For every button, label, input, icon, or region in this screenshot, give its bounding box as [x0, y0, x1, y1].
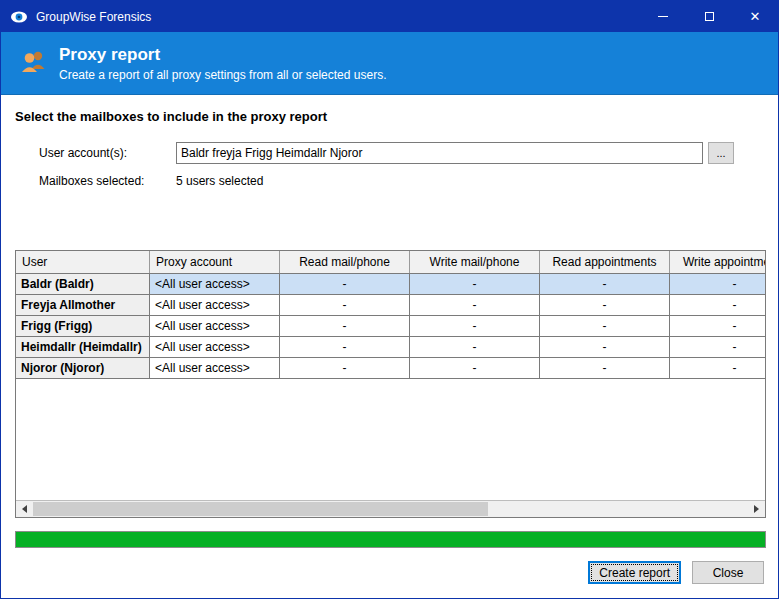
row-header-user[interactable]: Frigg (Frigg) [16, 316, 150, 337]
window-title: GroupWise Forensics [36, 10, 151, 24]
progress-bar [15, 531, 766, 548]
mailboxes-selected-label: Mailboxes selected: [39, 174, 176, 188]
cell-read-mail-phone[interactable]: - [280, 337, 410, 358]
cell-write-appointments[interactable]: - [670, 295, 766, 316]
table-row[interactable]: Njoror (Njoror)<All user access>---- [16, 358, 766, 379]
cell-proxy-account[interactable]: <All user access> [150, 274, 280, 295]
cell-proxy-account[interactable]: <All user access> [150, 337, 280, 358]
scroll-right-button[interactable] [748, 501, 765, 517]
cell-read-appointments[interactable]: - [540, 358, 670, 379]
row-header-user[interactable]: Freyja Allmother [16, 295, 150, 316]
row-header-user[interactable]: Baldr (Baldr) [16, 274, 150, 295]
scroll-left-button[interactable] [16, 501, 33, 517]
cell-read-appointments[interactable]: - [540, 295, 670, 316]
column-header-read-appointments[interactable]: Read appointments [540, 251, 670, 273]
cell-write-mail-phone[interactable]: - [410, 274, 540, 295]
cell-read-appointments[interactable]: - [540, 316, 670, 337]
minimize-button[interactable] [640, 1, 686, 32]
banner-text: Proxy report Create a report of all prox… [59, 45, 386, 82]
cell-read-mail-phone[interactable]: - [280, 274, 410, 295]
column-header-write-appointments[interactable]: Write appointments [670, 251, 766, 273]
minimize-icon [658, 16, 668, 17]
cell-write-appointments[interactable]: - [670, 316, 766, 337]
progress-fill [16, 532, 765, 547]
cell-write-mail-phone[interactable]: - [410, 358, 540, 379]
cell-read-mail-phone[interactable]: - [280, 316, 410, 337]
scrollbar-thumb[interactable] [33, 502, 488, 516]
maximize-icon [705, 12, 714, 21]
close-icon: ✕ [750, 10, 761, 23]
cell-read-mail-phone[interactable]: - [280, 295, 410, 316]
table-row[interactable]: Freyja Allmother<All user access>---- [16, 295, 766, 316]
mailboxes-selected-value: 5 users selected [176, 174, 263, 188]
close-button[interactable]: Close [692, 561, 764, 584]
cell-write-mail-phone[interactable]: - [410, 337, 540, 358]
column-header-user[interactable]: User [16, 251, 150, 273]
users-icon [19, 48, 49, 78]
cell-write-mail-phone[interactable]: - [410, 316, 540, 337]
table-row[interactable]: Heimdallr (Heimdallr)<All user access>--… [16, 337, 766, 358]
row-header-user[interactable]: Heimdallr (Heimdallr) [16, 337, 150, 358]
triangle-left-icon [22, 505, 27, 513]
cell-read-appointments[interactable]: - [540, 337, 670, 358]
table-row[interactable]: Frigg (Frigg)<All user access>---- [16, 316, 766, 337]
header-banner: Proxy report Create a report of all prox… [1, 32, 778, 95]
user-accounts-row: User account(s): ... [39, 142, 764, 164]
cell-proxy-account[interactable]: <All user access> [150, 316, 280, 337]
proxy-table: UserProxy accountRead mail/phoneWrite ma… [15, 250, 766, 518]
browse-users-button[interactable]: ... [708, 142, 734, 164]
cell-write-appointments[interactable]: - [670, 358, 766, 379]
horizontal-scrollbar[interactable] [16, 500, 765, 517]
user-accounts-input[interactable] [176, 142, 703, 164]
section-heading: Select the mailboxes to include in the p… [15, 109, 764, 124]
table-header-row: UserProxy accountRead mail/phoneWrite ma… [16, 251, 766, 274]
caption-buttons: ✕ [640, 1, 778, 32]
titlebar[interactable]: GroupWise Forensics ✕ [1, 1, 778, 32]
maximize-button[interactable] [686, 1, 732, 32]
cell-read-appointments[interactable]: - [540, 274, 670, 295]
table-body: Baldr (Baldr)<All user access>----Freyja… [16, 274, 766, 379]
row-header-user[interactable]: Njoror (Njoror) [16, 358, 150, 379]
cell-write-appointments[interactable]: - [670, 337, 766, 358]
app-window: GroupWise Forensics ✕ Proxy report [0, 0, 779, 599]
column-header-proxy-account[interactable]: Proxy account [150, 251, 280, 273]
triangle-right-icon [754, 505, 759, 513]
cell-read-mail-phone[interactable]: - [280, 358, 410, 379]
cell-proxy-account[interactable]: <All user access> [150, 295, 280, 316]
page-subtitle: Create a report of all proxy settings fr… [59, 68, 386, 82]
create-report-button[interactable]: Create report [588, 561, 681, 584]
cell-proxy-account[interactable]: <All user access> [150, 358, 280, 379]
column-header-write-mail-phone[interactable]: Write mail/phone [410, 251, 540, 273]
user-accounts-label: User account(s): [39, 146, 176, 160]
main-content: Select the mailboxes to include in the p… [1, 95, 778, 598]
cell-write-mail-phone[interactable]: - [410, 295, 540, 316]
footer-buttons: Create report Close [15, 561, 764, 584]
page-title: Proxy report [59, 45, 386, 65]
eye-icon [10, 8, 28, 26]
mailboxes-selected-row: Mailboxes selected: 5 users selected [39, 174, 764, 188]
cell-write-appointments[interactable]: - [670, 274, 766, 295]
table-row[interactable]: Baldr (Baldr)<All user access>---- [16, 274, 766, 295]
close-window-button[interactable]: ✕ [732, 1, 778, 32]
column-header-read-mail-phone[interactable]: Read mail/phone [280, 251, 410, 273]
